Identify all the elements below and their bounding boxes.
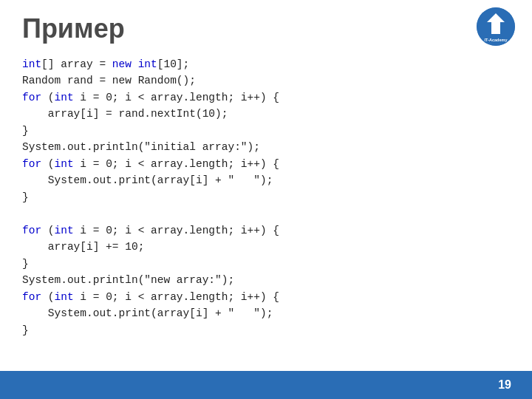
code-line-2: Random rand = new Random(); bbox=[22, 72, 510, 89]
keyword-int-1: int bbox=[22, 58, 41, 70]
code-line-17: } bbox=[22, 322, 510, 338]
keyword-for-3: for bbox=[22, 225, 41, 236]
page-number: 19 bbox=[498, 378, 511, 392]
code-line-4: array[i] = rand.nextInt(10); bbox=[22, 106, 510, 122]
svg-text:IT-Academy: IT-Academy bbox=[485, 38, 508, 42]
logo: IT-Academy bbox=[477, 7, 517, 48]
code-line-14: System.out.println("new array:"); bbox=[22, 272, 510, 288]
keyword-int-6: int bbox=[55, 291, 74, 303]
logo-circle: IT-Academy bbox=[477, 7, 515, 46]
code-line-9: } bbox=[22, 189, 510, 205]
code-line-11: for (int i = 0; i < array.length; i++) { bbox=[22, 222, 510, 239]
code-line-6: System.out.println("initial array:"); bbox=[22, 139, 510, 155]
code-line-10 bbox=[22, 205, 510, 222]
code-line-1: int[] array = new int[10]; bbox=[22, 56, 510, 72]
svg-rect-2 bbox=[491, 31, 500, 34]
code-line-12: array[i] += 10; bbox=[22, 239, 510, 255]
keyword-int-4: int bbox=[55, 158, 74, 170]
page-title: Пример bbox=[0, 0, 532, 52]
code-line-15: for (int i = 0; i < array.length; i++) { bbox=[22, 289, 510, 305]
keyword-int-5: int bbox=[55, 225, 74, 236]
code-line-8: System.out.print(array[i] + " "); bbox=[22, 172, 510, 188]
code-line-3: for (int i = 0; i < array.length; i++) { bbox=[22, 89, 510, 106]
code-line-16: System.out.print(array[i] + " "); bbox=[22, 305, 510, 321]
keyword-new-1: new bbox=[112, 58, 132, 70]
keyword-for-2: for bbox=[22, 158, 41, 170]
code-line-13: } bbox=[22, 256, 510, 272]
code-line-5: } bbox=[22, 123, 510, 139]
code-block: int[] array = new int[10]; Random rand =… bbox=[0, 52, 532, 346]
keyword-for-1: for bbox=[22, 92, 41, 103]
keyword-int-3: int bbox=[55, 92, 74, 103]
bottom-bar: 19 bbox=[0, 371, 532, 399]
keyword-int-2: int bbox=[138, 58, 157, 70]
code-line-7: for (int i = 0; i < array.length; i++) { bbox=[22, 156, 510, 172]
slide: IT-Academy Пример int[] array = new int[… bbox=[0, 0, 532, 399]
keyword-for-4: for bbox=[22, 291, 41, 303]
